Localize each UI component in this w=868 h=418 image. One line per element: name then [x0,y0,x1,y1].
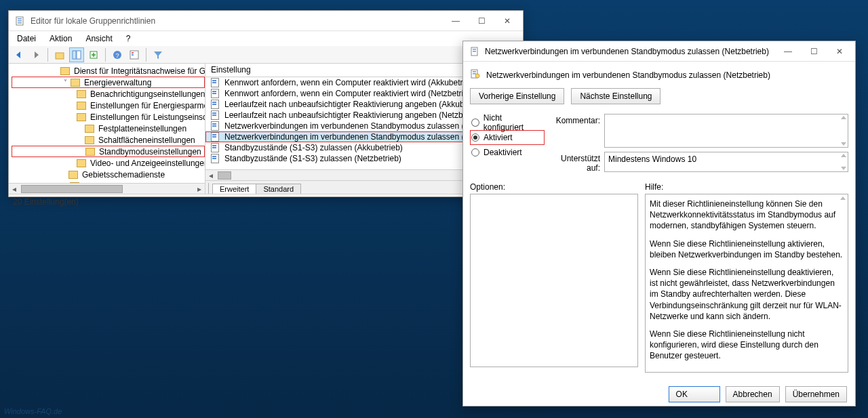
tree-item[interactable]: Benachrichtigungseinstellungen [12,88,205,100]
minimize-button[interactable]: — [775,42,801,61]
ok-button[interactable]: OK [669,386,720,402]
maximize-button[interactable]: ☐ [801,42,827,61]
svg-rect-14 [473,49,476,50]
scroll-right-icon[interactable]: ▸ [194,184,205,194]
setting-label: Standbyzustände (S1-S3) zulassen (Netzbe… [224,154,401,163]
svg-rect-11 [132,52,134,54]
comment-label: Kommentar: [551,114,604,125]
gpedit-titlebar[interactable]: Editor für lokale Gruppenrichtlinien — ☐… [9,11,523,31]
tree-item[interactable]: Schaltflächeneinstellungen [12,134,205,146]
tree-item[interactable]: Einstellungen für Leistungseinschränk [12,111,205,123]
close-button[interactable]: ✕ [827,42,852,61]
menu-action[interactable]: Aktion [44,33,77,45]
options-box[interactable] [470,194,638,367]
help-box[interactable]: Mit dieser Richtlinieneinstellung können… [645,194,848,373]
expander-icon[interactable]: ˅ [61,79,69,86]
tree-item-label: Schaltflächeneinstellungen [98,135,195,145]
help-label: Hilfe: [645,182,848,192]
close-button[interactable]: ✕ [494,12,520,30]
radio-disabled[interactable]: Deaktiviert [470,145,545,160]
svg-rect-12 [132,54,134,56]
tree-item[interactable]: ˅Energieverwaltung [12,77,205,88]
setting-icon [211,143,220,152]
filter-button[interactable] [151,47,165,62]
gpedit-toolbar: ? [9,46,523,64]
svg-rect-10 [130,51,138,59]
tree-item-label: Energieverwaltung [84,78,151,87]
tree-item[interactable]: Gebietsschemadienste [12,169,205,180]
svg-text:?: ? [115,52,119,59]
policy-icon [470,46,481,57]
minimize-button[interactable]: — [443,12,469,30]
export-button[interactable] [86,47,101,62]
maximize-button[interactable]: ☐ [469,12,494,30]
svg-rect-15 [473,51,476,52]
tree-item-label: Dienst für Integritätsnachweise für Gerä… [74,66,205,76]
back-button[interactable] [12,47,26,62]
prev-setting-button[interactable]: Vorherige Einstellung [470,88,564,104]
show-hide-tree-button[interactable] [69,47,84,62]
help-paragraph: Wenn Sie diese Richtlinieneinstellung ak… [650,238,844,260]
radio-group: Nicht konfiguriert Aktiviert Deaktiviert [470,114,545,177]
next-setting-button[interactable]: Nächste Einstellung [571,88,660,104]
tree-pane[interactable]: Dienst für Integritätsnachweise für Gerä… [9,64,205,194]
tree-item[interactable]: Einstellungen für Energiesparmodus [12,100,205,111]
comment-row: Kommentar: [551,114,848,148]
folder-icon [85,125,94,133]
statusbar: 20 Einstellung(en) [9,194,523,209]
tab-standard[interactable]: Standard [256,184,301,194]
apply-button[interactable]: Übernehmen [785,386,847,402]
tree-item-label: Standbymoduseinstellungen [99,147,201,156]
tree-hscrollbar[interactable]: ◂ ▸ [9,183,205,194]
scroll-thumb[interactable] [21,185,123,193]
policy-dialog: Netzwerkverbindungen im verbundenen Stan… [462,41,856,406]
help-paragraph: Wenn Sie diese Richtlinieneinstellung de… [650,267,844,322]
tree: Dienst für Integritätsnachweise für Gerä… [9,64,205,193]
tree-item[interactable]: Dienst für Integritätsnachweise für Gerä… [12,65,205,77]
setting-label: Kennwort anfordern, wenn ein Computer re… [224,89,475,98]
scroll-left-icon[interactable]: ◂ [9,184,20,194]
scroll-thumb[interactable] [218,171,231,180]
menu-file[interactable]: Datei [12,33,41,45]
properties-button[interactable] [127,47,142,62]
svg-rect-1 [18,18,22,20]
setting-icon [211,110,220,120]
status-text: 20 Einstellung(en) [13,197,79,207]
tab-extended[interactable]: Erweitert [212,184,256,194]
tree-item-label: Gebietsschemadienste [82,170,165,180]
svg-rect-4 [56,53,64,59]
help-button[interactable]: ? [110,47,125,62]
policy-nav: Vorherige Einstellung Nächste Einstellun… [470,88,848,104]
up-button[interactable] [52,47,67,62]
policy-config-row: Nicht konfiguriert Aktiviert Deaktiviert… [470,114,848,177]
menu-help[interactable]: ? [121,33,136,45]
radio-label: Nicht konfiguriert [484,113,543,132]
policy-heading-row: Netzwerkverbindungen im verbundenen Stan… [470,66,848,88]
separator [105,48,106,62]
policy-item-icon [470,68,481,81]
folder-icon [68,171,78,179]
setting-icon [211,132,220,142]
policy-titlebar[interactable]: Netzwerkverbindungen im verbundenen Stan… [463,41,855,62]
gpedit-body: Dienst für Integritätsnachweise für Gerä… [9,64,523,194]
supported-field: Mindestens Windows 10 [604,152,848,172]
scroll-left-icon[interactable]: ◂ [205,171,216,180]
forward-button[interactable] [28,47,43,62]
policy-body: Netzwerkverbindungen im verbundenen Stan… [463,62,855,379]
tree-item-label: Festplatteneinstellungen [98,124,186,133]
watermark: Windows-FAQ.de [4,407,62,415]
tree-item[interactable]: Festplatteneinstellungen [12,123,205,134]
menu-view[interactable]: Ansicht [80,33,117,45]
radio-enabled[interactable]: Aktiviert [470,130,545,145]
radio-not-configured[interactable]: Nicht konfiguriert [470,115,545,130]
cancel-button[interactable]: Abbrechen [726,386,780,402]
tree-item[interactable]: Standbymoduseinstellungen [12,146,205,157]
options-col: Optionen: [470,182,638,373]
setting-label: Leerlaufzeit nach unbeaufsichtigter Reak… [224,110,486,120]
comment-field[interactable] [604,114,848,148]
fields-col: Kommentar: Unterstützt auf: Mindestens W… [551,114,848,177]
tree-item[interactable]: Video- und Anzeigeeinstellungen [12,157,205,169]
setting-label: Leerlaufzeit nach unbeaufsichtigter Reak… [224,100,488,109]
radio-icon [471,119,479,127]
folder-icon [77,159,86,167]
